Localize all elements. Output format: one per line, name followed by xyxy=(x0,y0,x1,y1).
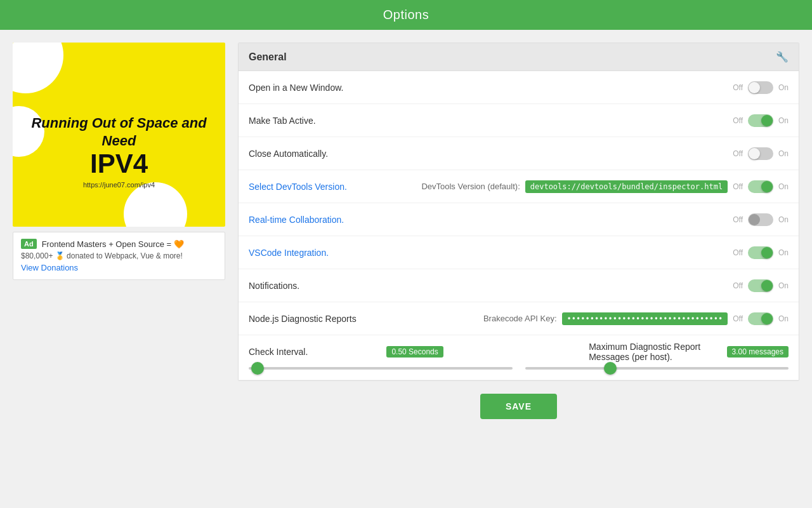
save-button[interactable]: SAVE xyxy=(480,394,557,419)
toggle-wrapper[interactable] xyxy=(748,246,773,259)
toggle-track[interactable] xyxy=(748,279,773,292)
setting-right: OffOn xyxy=(733,213,789,226)
toggle-thumb xyxy=(749,214,760,225)
setting-label: Notifications. xyxy=(249,281,733,291)
decorative-circle-3 xyxy=(124,182,187,227)
off-label: Off xyxy=(733,281,743,290)
setting-badge: devtools://devtools/bundled/inspector.ht… xyxy=(525,180,728,193)
ad-image-text: Running Out of Space and Need IPV4 https… xyxy=(25,114,213,189)
setting-label: Node.js Diagnostic Reports xyxy=(249,314,483,324)
slider2-thumb[interactable] xyxy=(604,362,617,375)
setting-row: Real-time Collaboration.OffOn xyxy=(239,203,799,236)
ad-box-header: Ad Frontend Masters + Open Source = 🧡 xyxy=(21,239,217,249)
page-header: Options xyxy=(0,0,812,30)
toggle-wrapper[interactable] xyxy=(748,147,773,160)
setting-label: VSCode Integration. xyxy=(249,248,733,258)
on-label: On xyxy=(778,215,789,224)
ad-badge: Ad xyxy=(21,239,37,249)
setting-secondary-label: Brakecode API Key: xyxy=(483,314,557,323)
slider1-thumb[interactable] xyxy=(251,362,264,375)
slider-row-bottom xyxy=(249,367,789,370)
view-donations-link[interactable]: View Donations xyxy=(21,263,78,272)
toggle-wrapper[interactable] xyxy=(748,279,773,292)
toggle-thumb xyxy=(761,181,773,192)
page-title: Options xyxy=(383,8,429,22)
toggle-thumb xyxy=(761,280,773,291)
right-panel: General 🔧 Open in a New Window.OffOnMake… xyxy=(238,43,799,432)
slider2-container[interactable] xyxy=(525,367,789,370)
ad-sub-text: $80,000+ 🥇 donated to Webpack, Vue & mor… xyxy=(21,251,217,260)
toggle-thumb xyxy=(749,82,760,93)
off-label: Off xyxy=(733,83,743,92)
setting-label: Real-time Collaboration. xyxy=(249,215,733,225)
decorative-circle-1 xyxy=(13,43,63,93)
setting-row: Close Automatically.OffOn xyxy=(239,137,799,170)
setting-row: VSCode Integration.OffOn xyxy=(239,236,799,269)
slider1-value: 0.50 Seconds xyxy=(386,346,443,358)
ad-image: Running Out of Space and Need IPV4 https… xyxy=(13,43,225,227)
toggle-track[interactable] xyxy=(748,246,773,259)
wrench-icon[interactable]: 🔧 xyxy=(776,51,789,63)
setting-row: Open in a New Window.OffOn xyxy=(239,71,799,104)
setting-label-link[interactable]: Real-time Collaboration. xyxy=(249,215,344,225)
sidebar: Running Out of Space and Need IPV4 https… xyxy=(13,43,225,432)
off-label: Off xyxy=(733,116,743,125)
on-label: On xyxy=(778,149,789,158)
setting-secondary-label: DevTools Version (default): xyxy=(421,182,520,191)
setting-right: OffOn xyxy=(733,81,789,94)
settings-rows: Open in a New Window.OffOnMake Tab Activ… xyxy=(239,71,799,335)
slider2-value: 3.00 messages xyxy=(727,346,789,358)
setting-label-link[interactable]: Select DevTools Version. xyxy=(249,182,347,192)
off-label: Off xyxy=(733,215,743,224)
toggle-wrapper[interactable] xyxy=(748,81,773,94)
setting-row: Notifications.OffOn xyxy=(239,269,799,302)
setting-right: Brakecode API Key:••••••••••••••••••••••… xyxy=(483,312,789,325)
panel-header: General 🔧 xyxy=(239,43,799,71)
toggle-track[interactable] xyxy=(748,114,773,127)
setting-label-link[interactable]: VSCode Integration. xyxy=(249,248,329,258)
on-label: On xyxy=(778,281,789,290)
toggle-track[interactable] xyxy=(748,180,773,193)
setting-label: Select DevTools Version. xyxy=(249,182,421,192)
ad-image-title-bottom: IPV4 xyxy=(25,150,213,177)
slider1-label: Check Interval. xyxy=(249,347,379,357)
slider1-track xyxy=(249,367,513,370)
setting-right: OffOn xyxy=(733,279,789,292)
toggle-track[interactable] xyxy=(748,147,773,160)
toggle-thumb xyxy=(761,313,773,324)
toggle-track[interactable] xyxy=(748,312,773,325)
on-label: On xyxy=(778,182,789,191)
ad-box: Ad Frontend Masters + Open Source = 🧡 $8… xyxy=(13,232,225,280)
toggle-wrapper[interactable] xyxy=(748,312,773,325)
setting-right: OffOn xyxy=(733,147,789,160)
toggle-wrapper[interactable] xyxy=(748,180,773,193)
toggle-wrapper[interactable] xyxy=(748,114,773,127)
ad-image-title-top: Running Out of Space and Need xyxy=(25,114,213,150)
slider1-container[interactable] xyxy=(249,367,513,370)
settings-panel: General 🔧 Open in a New Window.OffOnMake… xyxy=(238,43,799,381)
off-label: Off xyxy=(733,248,743,257)
setting-row: Node.js Diagnostic ReportsBrakecode API … xyxy=(239,302,799,335)
slider2-track xyxy=(525,367,789,370)
on-label: On xyxy=(778,314,789,323)
setting-label: Make Tab Active. xyxy=(249,116,733,126)
setting-label: Close Automatically. xyxy=(249,149,733,159)
setting-right: DevTools Version (default):devtools://de… xyxy=(421,180,789,193)
toggle-thumb xyxy=(749,148,760,159)
on-label: On xyxy=(778,116,789,125)
setting-row: Select DevTools Version.DevTools Version… xyxy=(239,170,799,203)
ad-headline: Frontend Masters + Open Source = 🧡 xyxy=(42,239,184,249)
on-label: On xyxy=(778,83,789,92)
setting-right: OffOn xyxy=(733,246,789,259)
toggle-thumb xyxy=(761,115,773,126)
ad-image-url: https://june07.com/ipv4 xyxy=(25,181,213,189)
setting-right: OffOn xyxy=(733,114,789,127)
toggle-wrapper[interactable] xyxy=(748,213,773,226)
toggle-track[interactable] xyxy=(748,81,773,94)
slider2-label: Maximum Diagnostic Report Messages (per … xyxy=(589,342,719,362)
toggle-track[interactable] xyxy=(748,213,773,226)
on-label: On xyxy=(778,248,789,257)
off-label: Off xyxy=(733,149,743,158)
toggle-thumb xyxy=(761,247,773,258)
setting-row: Make Tab Active.OffOn xyxy=(239,104,799,137)
